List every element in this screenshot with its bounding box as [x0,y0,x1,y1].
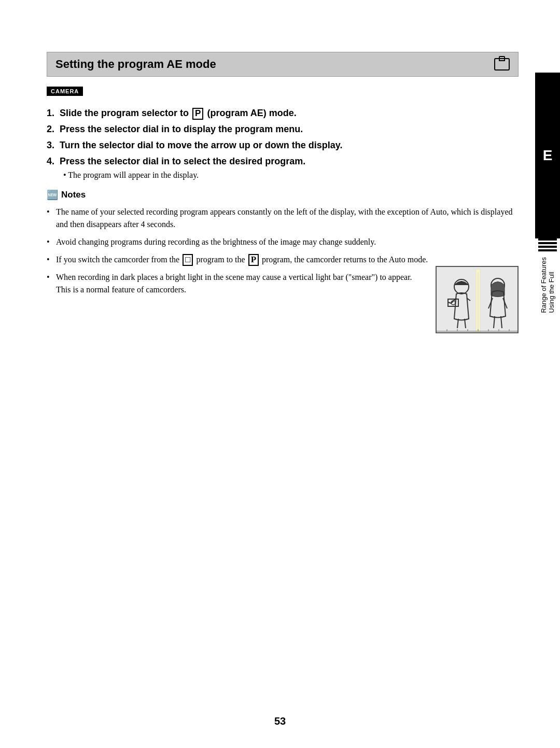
step-1: 1. Slide the program selector to P (prog… [47,106,519,120]
note-1: The name of your selected recording prog… [47,206,519,231]
notes-icon: 🆕 [47,189,58,201]
section-header: Setting the program AE mode [47,52,519,77]
section-tab-e: E [535,73,560,238]
svg-rect-12 [476,270,480,332]
auto-symbol: □ [183,254,193,266]
illustration [436,266,519,333]
p-symbol-2: P [248,254,259,266]
section-title: Setting the program AE mode [55,58,216,71]
note-3: If you switch the camcorder from the □ p… [47,253,519,266]
vertical-label-text: Range of FeaturesUsing the Full [540,257,555,313]
step-3: 3. Turn the selector dial to move the ar… [47,138,519,152]
notes-title: Notes [61,190,86,200]
illustration-svg [437,267,519,333]
note-4-container: When recording in dark places a bright l… [47,271,519,296]
decorative-lines [538,238,557,253]
step-2: 2. Press the selector dial in to display… [47,122,519,136]
tab-letter: E [543,147,553,164]
page: E Range of FeaturesUsing the Full Settin… [0,0,560,748]
step-4: 4. Press the selector dial in to select … [47,154,519,168]
vertical-label-container: Range of FeaturesUsing the Full [535,238,560,394]
camera-icon [494,58,510,70]
camera-badge: CAMERA [47,87,83,96]
note-2: Avoid changing programs during recording… [47,236,519,248]
main-content: Setting the program AE mode CAMERA 1. Sl… [47,52,519,707]
notes-header: 🆕 Notes [47,189,519,201]
steps-list: 1. Slide the program selector to P (prog… [47,106,519,180]
p-symbol: P [192,108,203,120]
page-number: 53 [274,715,286,727]
step-4-bullet: The program will appear in the display. [63,171,519,180]
notes-section: 🆕 Notes The name of your selected record… [47,189,519,296]
